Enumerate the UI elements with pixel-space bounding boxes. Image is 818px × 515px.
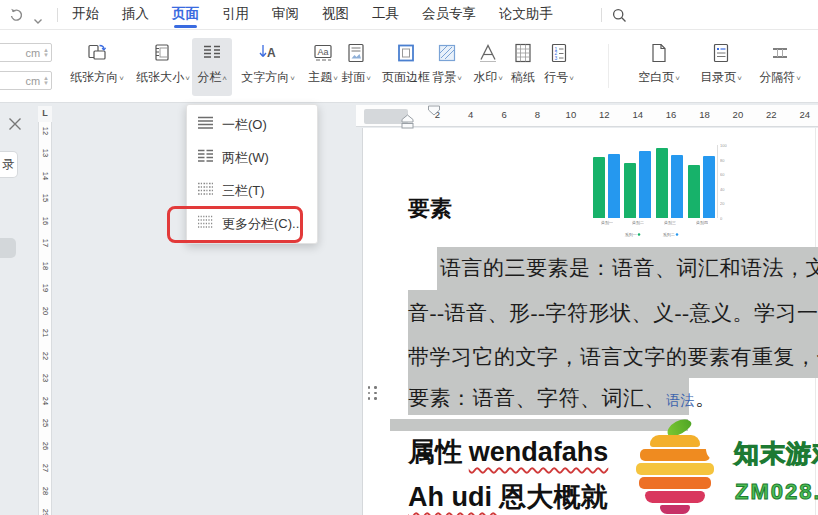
legend-dot-icon <box>638 233 641 236</box>
toolbar-button-4[interactable]: A文字方向˅ <box>234 38 302 96</box>
toolbar-button-9[interactable]: 水印˅ <box>470 38 506 96</box>
chart-bar <box>639 151 651 218</box>
horizontal-ruler[interactable]: 24681012141618202224 <box>356 105 818 127</box>
toolbar-button-1[interactable]: 纸张方向˅ <box>63 38 131 96</box>
toolbar-button-8[interactable]: 背景˅ <box>429 38 465 96</box>
unit-label: cm <box>25 47 40 59</box>
first-line-indent-marker[interactable] <box>427 102 441 120</box>
document-heading-3: Ah udi 恩大概就 <box>408 479 607 515</box>
red-annotation-box <box>167 206 303 243</box>
chart-ytick-label: 80 <box>720 158 728 163</box>
chart-bar <box>688 165 700 218</box>
ruler-tick: 25 <box>40 416 50 430</box>
margin-input-2[interactable]: cm ▲▼ <box>0 71 52 90</box>
sidebar-toc-tab[interactable]: 录 <box>0 151 18 178</box>
chart-category-label: 类别三 <box>660 220 680 226</box>
menu-item-3[interactable]: 三栏(T) <box>187 174 317 207</box>
ruler-tick: 8 <box>531 109 545 120</box>
menu-tab-9[interactable]: 论文助手 <box>499 0 553 30</box>
line-text: 。 <box>695 386 717 410</box>
site-watermark: 知末游戏网 ZM028.CN <box>622 421 818 515</box>
toolbar-button-11[interactable]: 123行号˅ <box>541 38 577 96</box>
spinner-arrows-icon[interactable]: ▲▼ <box>43 48 49 58</box>
search-icon[interactable] <box>611 7 628 24</box>
wps-writer-window: 开始插入页面引用审阅视图工具会员专享论文助手 cm ▲▼ cm ▲▼ 纸张方向˅… <box>0 0 818 515</box>
chart-bar <box>624 163 636 218</box>
paragraph-line: 音--语音、形--字符形状、义--意义。学习一门语 <box>408 299 818 327</box>
ruler-tick: 22 <box>764 109 778 120</box>
chevron-down-icon: ˅ <box>185 74 190 83</box>
toolbar-button-6[interactable]: 封面˅ <box>338 38 374 96</box>
sidebar-collapsed-button[interactable] <box>0 238 16 258</box>
toolbar-button-label: 分隔符˅ <box>759 69 801 86</box>
toolbar-button-14[interactable]: 分隔符˅ <box>756 38 804 96</box>
menu-item-1[interactable]: 一栏(O) <box>187 108 317 141</box>
grammar-hyperlink[interactable]: 语法 <box>666 393 695 408</box>
chevron-down-icon: ˅ <box>569 74 574 83</box>
ruler-tick: 12 <box>40 124 50 138</box>
toolbar-button-12[interactable]: 空白页˅ <box>635 38 683 96</box>
ruler-tick: 21 <box>40 326 50 340</box>
chart-bar <box>703 156 715 218</box>
menu-tab-3[interactable]: 页面 <box>172 0 199 30</box>
toolbar-button-3[interactable]: 分栏˄ <box>192 38 232 96</box>
paragraph-drag-handle-icon[interactable] <box>366 385 378 401</box>
menu-tab-8[interactable]: 会员专享 <box>422 0 476 30</box>
toolbar-button-label: 水印˅ <box>473 69 503 86</box>
left-indent-marker[interactable] <box>401 114 414 133</box>
svg-text:A: A <box>267 46 276 60</box>
redo-icon[interactable] <box>8 7 24 23</box>
menu-tab-4[interactable]: 引用 <box>222 0 249 30</box>
toolbar-button-5[interactable]: Aa主题˅ <box>305 38 341 96</box>
menu-tab-2[interactable]: 插入 <box>122 0 149 30</box>
svg-text:Aa: Aa <box>318 47 329 57</box>
chart-ytick-label: 100 <box>720 143 728 148</box>
chart-ytick-label: 0 <box>720 216 728 221</box>
ruler-tick: 26 <box>40 439 50 453</box>
menu-tab-7[interactable]: 工具 <box>372 0 399 30</box>
close-icon[interactable] <box>7 116 23 132</box>
menu-tab-5[interactable]: 审阅 <box>272 0 299 30</box>
toolbar-button-label: 文字方向˅ <box>241 69 295 86</box>
menubar-divider <box>601 8 602 22</box>
chart-category-label: 类别四 <box>692 220 712 226</box>
ruler-tick: 13 <box>40 146 50 160</box>
margin-input-1[interactable]: cm ▲▼ <box>0 43 52 62</box>
chart-legend-item: 系列一 <box>625 232 641 238</box>
grid-paper-icon <box>512 41 534 65</box>
chevron-down-icon: ˅ <box>675 74 680 83</box>
toolbar-button-label: 稿纸 <box>511 69 535 86</box>
blank-page-icon <box>648 41 670 65</box>
chevron-down-icon: ˅ <box>290 74 295 83</box>
spellcheck-flagged-word: Ah udi <box>408 482 499 512</box>
chevron-down-icon: ˅ <box>498 74 503 83</box>
toolbar-button-label: 纸张大小˅ <box>136 69 190 86</box>
ruler-tick: 24 <box>40 394 50 408</box>
ruler-tick: 24 <box>798 109 812 120</box>
chevron-down-icon[interactable] <box>33 11 43 29</box>
ribbon-toolbar: cm ▲▼ cm ▲▼ 纸张方向˅纸张大小˅分栏˄A文字方向˅Aa主题˅封面˅页… <box>0 30 818 103</box>
ruler-tick: 20 <box>40 304 50 318</box>
paragraph-line: 语言的三要素是：语音、词汇和语法，文字的 <box>440 254 818 282</box>
toolbar-button-7[interactable]: 页面边框 <box>375 38 437 96</box>
toolbar-button-2[interactable]: 纸张大小˅ <box>129 38 197 96</box>
tab-stop-selector[interactable]: L <box>38 106 52 122</box>
ruler-tick: 27 <box>40 461 50 475</box>
embedded-bar-chart[interactable]: 系列一系列二 020406080100类别一类别二类别三类别四 <box>585 140 745 240</box>
ruler-tick: 18 <box>40 259 50 273</box>
apple-stripe <box>636 463 714 475</box>
apple-bite <box>706 437 730 461</box>
apple-stripe <box>645 491 705 503</box>
spinner-arrows-icon[interactable]: ▲▼ <box>43 76 49 86</box>
menu-tab-1[interactable]: 开始 <box>72 0 99 30</box>
apple-stripe <box>639 477 711 489</box>
toolbar-button-10[interactable]: 稿纸 <box>506 38 540 96</box>
two-columns-icon <box>197 148 214 167</box>
ruler-tick: 23 <box>40 371 50 385</box>
three-columns-icon <box>197 181 214 200</box>
menu-item-2[interactable]: 两栏(W) <box>187 141 317 174</box>
line-text: 要素：语音、字符、词汇、 <box>408 386 666 410</box>
heading-cjk-part: 属性 <box>408 437 469 467</box>
toolbar-button-13[interactable]: 目录页˅ <box>697 38 745 96</box>
menu-tab-6[interactable]: 视图 <box>322 0 349 30</box>
